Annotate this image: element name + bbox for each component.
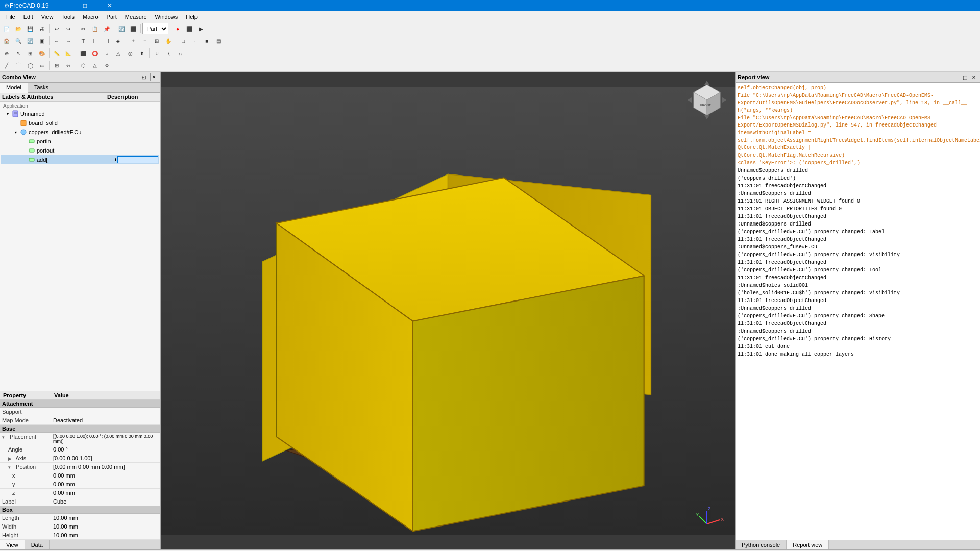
minimize-button[interactable]: ─ bbox=[49, 0, 72, 11]
tb-measure-angle[interactable]: 📐 bbox=[63, 47, 74, 59]
expand-arrow[interactable]: ▾ bbox=[4, 112, 11, 116]
tb-gear[interactable]: ⚙ bbox=[101, 60, 112, 71]
tb-pyramid[interactable]: △ bbox=[89, 60, 101, 71]
tree-item-unnamed[interactable]: ▾ Unnamed bbox=[1, 109, 159, 118]
tb-open[interactable]: 📂 bbox=[13, 23, 24, 34]
close-button[interactable]: ✕ bbox=[98, 0, 121, 11]
menu-measure[interactable]: Measure bbox=[121, 13, 151, 21]
nav-cube[interactable]: FRONT bbox=[684, 77, 730, 123]
prop-row-axis[interactable]: ▶ Axis [0.00 0.00 1.00] bbox=[0, 454, 160, 463]
tb-part-cone[interactable]: △ bbox=[113, 47, 124, 59]
titlebar-controls: ─ □ ✕ bbox=[49, 0, 121, 11]
workbench-selector[interactable]: Part bbox=[142, 23, 168, 34]
tb-line[interactable]: ╱ bbox=[1, 60, 12, 71]
prop-row-placement[interactable]: ▾ Placement [(0.00 0.00 1.00); 0.00 °; (… bbox=[0, 433, 160, 445]
viewport-3d[interactable]: 2) bbox=[161, 72, 735, 549]
tb-rect[interactable]: ▭ bbox=[36, 60, 47, 71]
tb-view-rotate[interactable]: 🔄 bbox=[24, 35, 36, 46]
tb-measure-dist[interactable]: 📏 bbox=[51, 47, 62, 59]
tab-python-console[interactable]: Python console bbox=[736, 540, 787, 549]
tb-back[interactable]: ← bbox=[51, 35, 62, 46]
tb-select[interactable]: ↖ bbox=[13, 47, 24, 59]
tb-bg-color[interactable]: 🎨 bbox=[36, 47, 47, 59]
tb-bool-int[interactable]: ∩ bbox=[175, 47, 186, 59]
sep14 bbox=[76, 61, 76, 70]
tree-item-portout[interactable]: portout bbox=[1, 146, 159, 155]
menu-part[interactable]: Part bbox=[103, 13, 121, 21]
tb-view-right[interactable]: ⊣ bbox=[101, 35, 112, 46]
tb-zoom-fit[interactable]: 🔍 bbox=[13, 35, 24, 46]
report-line: <class 'KeyError'>: ('coppers_drilled',) bbox=[738, 160, 978, 167]
menu-tools[interactable]: Tools bbox=[57, 13, 79, 21]
tb-view-front[interactable]: ⊢ bbox=[89, 35, 101, 46]
tree-item-board-solid[interactable]: board_solid bbox=[1, 118, 159, 128]
tb-zoom-in[interactable]: ＋ bbox=[128, 35, 139, 46]
tb-redo[interactable]: ↪ bbox=[63, 23, 74, 34]
tb-view-home[interactable]: 🏠 bbox=[1, 35, 12, 46]
tb-paste[interactable]: 📌 bbox=[101, 23, 112, 34]
report-close-btn[interactable]: ✕ bbox=[970, 73, 978, 81]
tab-data[interactable]: Data bbox=[25, 540, 50, 549]
expand-arrow-coppers[interactable]: ▾ bbox=[12, 130, 19, 135]
tb-zoom-out[interactable]: － bbox=[139, 35, 151, 46]
tb-circle[interactable]: ◯ bbox=[24, 60, 36, 71]
report-float-btn[interactable]: ◱ bbox=[961, 73, 969, 81]
tb-part-cyl[interactable]: ⭕ bbox=[89, 47, 101, 59]
menu-file[interactable]: File bbox=[2, 13, 19, 21]
tree-item-portin[interactable]: portin bbox=[1, 137, 159, 146]
tree-item-add[interactable]: add[ ℹ bbox=[1, 155, 159, 164]
tb-select-all[interactable]: ⊞ bbox=[24, 47, 36, 59]
tb-new[interactable]: 📄 bbox=[1, 23, 12, 34]
expand-position[interactable]: ▾ bbox=[8, 465, 14, 470]
tb-save[interactable]: 💾 bbox=[24, 23, 36, 34]
tab-tasks[interactable]: Tasks bbox=[28, 83, 55, 92]
tree-item-coppers-drilled[interactable]: ▾ coppers_drilled#F.Cu bbox=[1, 128, 159, 137]
tb-mirror[interactable]: ⇔ bbox=[63, 60, 74, 71]
tab-model[interactable]: Model bbox=[0, 83, 28, 93]
expand-placement[interactable]: ▾ bbox=[2, 435, 8, 440]
menu-edit[interactable]: Edit bbox=[19, 13, 37, 21]
tb-part-sph[interactable]: ○ bbox=[101, 47, 112, 59]
tb-part-box[interactable]: ⬛ bbox=[78, 47, 89, 59]
menu-macro[interactable]: Macro bbox=[79, 13, 103, 21]
tab-report-view[interactable]: Report view bbox=[787, 540, 829, 549]
expand-axis[interactable]: ▶ bbox=[8, 456, 14, 461]
tb-refresh[interactable]: 🔄 bbox=[116, 23, 127, 34]
tab-view[interactable]: View bbox=[0, 540, 25, 549]
menu-help[interactable]: Help bbox=[182, 13, 202, 21]
tb-shade[interactable]: ■ bbox=[201, 35, 212, 46]
prop-name-position: ▾ Position bbox=[0, 463, 51, 471]
maximize-button[interactable]: □ bbox=[74, 0, 97, 11]
tb-part-torus[interactable]: ◎ bbox=[125, 47, 136, 59]
tb-bool-union[interactable]: ∪ bbox=[151, 47, 162, 59]
tb-zoom-box[interactable]: ⊞ bbox=[151, 35, 162, 46]
tb-view-3d[interactable]: ▣ bbox=[36, 35, 47, 46]
tb-forward[interactable]: → bbox=[63, 35, 74, 46]
tb-snap[interactable]: ⊕ bbox=[1, 47, 12, 59]
tb-extrude[interactable]: ⬆ bbox=[136, 47, 148, 59]
combo-float-button[interactable]: ◱ bbox=[140, 73, 148, 81]
menu-view[interactable]: View bbox=[37, 13, 58, 21]
tb-macro-record[interactable]: ● bbox=[172, 23, 183, 34]
tb-cut[interactable]: ✂ bbox=[78, 23, 89, 34]
tb-view-axon[interactable]: ◈ bbox=[113, 35, 124, 46]
tree-edit-input[interactable] bbox=[117, 156, 158, 163]
tb-macro-stop[interactable]: ⬛ bbox=[184, 23, 195, 34]
tb-polyline[interactable]: ⌒ bbox=[13, 60, 24, 71]
tb-flatlines[interactable]: ▤ bbox=[213, 35, 224, 46]
tb-array[interactable]: ⊞ bbox=[51, 60, 62, 71]
menu-windows[interactable]: Windows bbox=[151, 13, 182, 21]
tb-print[interactable]: 🖨 bbox=[36, 23, 47, 34]
tb-stop[interactable]: ⬛ bbox=[128, 23, 139, 34]
tb-points[interactable]: · bbox=[189, 35, 201, 46]
tb-pan[interactable]: ✋ bbox=[163, 35, 174, 46]
tb-bool-cut[interactable]: ∖ bbox=[163, 47, 174, 59]
tb-copy[interactable]: 📋 bbox=[89, 23, 101, 34]
tb-macro-play[interactable]: ▶ bbox=[195, 23, 207, 34]
prop-row-position[interactable]: ▾ Position [0.00 mm 0.00 mm 0.00 mm] bbox=[0, 463, 160, 471]
tb-shape[interactable]: ⬡ bbox=[78, 60, 89, 71]
tb-undo[interactable]: ↩ bbox=[51, 23, 62, 34]
combo-close-button[interactable]: ✕ bbox=[150, 73, 158, 81]
tb-view-top[interactable]: ⊤ bbox=[78, 35, 89, 46]
tb-wire[interactable]: □ bbox=[178, 35, 189, 46]
